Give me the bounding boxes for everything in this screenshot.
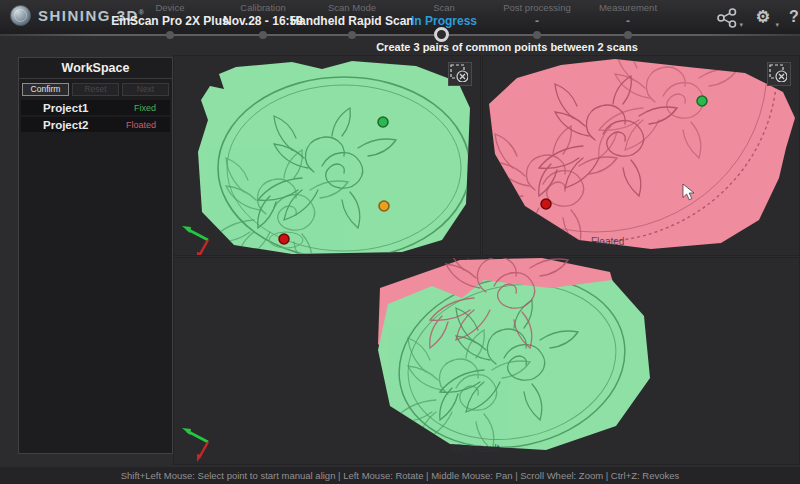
viewport-label-floated: Floated bbox=[591, 236, 624, 247]
help-icon[interactable]: ? ▾ bbox=[781, 8, 800, 28]
merged-scan bbox=[378, 258, 650, 464]
project-status-badge: Floated bbox=[126, 120, 170, 130]
nav-step-label: Measurement bbox=[558, 2, 698, 14]
next-button[interactable]: Next bbox=[122, 83, 169, 96]
project-row-2[interactable]: Project2 Floated bbox=[21, 117, 170, 132]
project-status-badge: Fixed bbox=[134, 103, 170, 113]
reset-button[interactable]: Reset bbox=[72, 83, 119, 96]
viewport-fixed-scan[interactable] bbox=[173, 55, 481, 256]
settings-gear-icon[interactable]: ⚙ ▾ bbox=[750, 8, 776, 28]
viewport-label-result: Align result bbox=[450, 443, 499, 454]
viewport-align-result[interactable]: Align result bbox=[173, 257, 800, 465]
deselect-points-button[interactable] bbox=[448, 62, 472, 86]
project-name: Project1 bbox=[21, 102, 134, 114]
chevron-down-icon: ▾ bbox=[739, 21, 743, 29]
app-window: SHINING 3D® Device EinScan Pro 2X Plus C… bbox=[0, 0, 800, 484]
share-icon[interactable]: ▾ bbox=[714, 8, 740, 28]
nav-step-measurement[interactable]: Measurement - bbox=[558, 2, 698, 29]
workspace-buttons: Confirm Reset Next bbox=[19, 79, 172, 100]
progress-dot-scan-mode bbox=[348, 31, 356, 39]
help-glyph: ? bbox=[789, 8, 799, 25]
status-bar: Shift+Left Mouse: Select point to start … bbox=[0, 467, 800, 484]
chevron-down-icon: ▾ bbox=[775, 21, 779, 29]
progress-line bbox=[0, 34, 800, 36]
deselect-points-button[interactable] bbox=[767, 62, 791, 86]
deselect-icon bbox=[768, 63, 787, 82]
axes-triad-icon bbox=[182, 428, 208, 462]
align-point-orange bbox=[379, 201, 389, 211]
deselect-icon bbox=[449, 63, 468, 82]
hint-message: Create 3 pairs of common points between … bbox=[376, 41, 638, 53]
viewport-floated-scan[interactable]: Floated bbox=[482, 55, 800, 256]
progress-dot-measurement bbox=[624, 31, 632, 39]
project-name: Project2 bbox=[21, 119, 126, 131]
status-bar-text: Shift+Left Mouse: Select point to start … bbox=[121, 470, 680, 481]
align-point-red bbox=[541, 199, 551, 209]
shining3d-globe-icon bbox=[10, 5, 31, 26]
scan-mesh-pink bbox=[489, 59, 795, 249]
top-bar: SHINING 3D® Device EinScan Pro 2X Plus C… bbox=[0, 0, 800, 35]
workspace-title: WorkSpace bbox=[19, 58, 172, 79]
fixed-scan-canvas bbox=[174, 56, 480, 255]
progress-ring-scan-active bbox=[434, 27, 449, 42]
progress-dot-device bbox=[166, 31, 174, 39]
share-icon-glyph bbox=[716, 8, 738, 28]
project-row-1[interactable]: Project1 Fixed bbox=[21, 100, 170, 115]
result-scan-canvas bbox=[174, 258, 799, 464]
confirm-button[interactable]: Confirm bbox=[22, 83, 69, 96]
floated-scan-canvas bbox=[483, 56, 799, 255]
align-point-green bbox=[378, 117, 388, 127]
align-point-green bbox=[697, 96, 707, 106]
workspace-panel: WorkSpace Confirm Reset Next Project1 Fi… bbox=[18, 57, 173, 454]
axes-triad-icon bbox=[182, 226, 208, 255]
nav-step-value: - bbox=[558, 14, 698, 29]
align-point-red bbox=[279, 234, 289, 244]
progress-dot-calibration bbox=[259, 31, 267, 39]
progress-dot-post-processing bbox=[533, 31, 541, 39]
